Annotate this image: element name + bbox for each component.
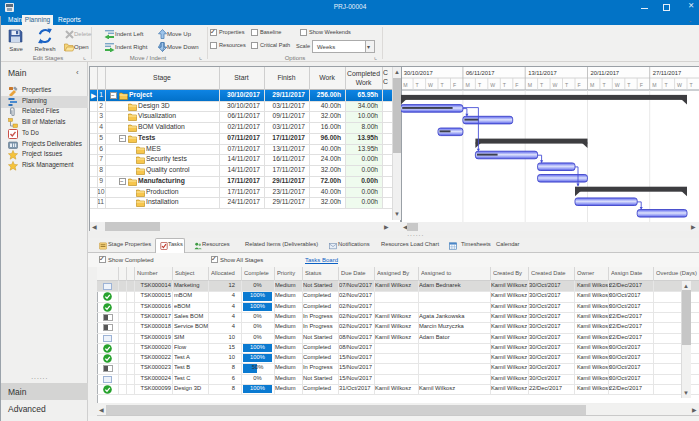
svg-text:F: F xyxy=(453,82,456,88)
svg-text:M: M xyxy=(465,82,469,88)
svg-text:F: F xyxy=(515,82,518,88)
svg-text:27/11/2017: 27/11/2017 xyxy=(653,70,682,76)
svg-text:W: W xyxy=(615,82,620,88)
svg-text:W: W xyxy=(677,82,682,88)
svg-text:20/11/2017: 20/11/2017 xyxy=(591,70,620,76)
svg-text:F: F xyxy=(640,82,643,88)
svg-text:M: M xyxy=(652,82,656,88)
svg-text:M: M xyxy=(590,82,594,88)
svg-text:W: W xyxy=(490,82,495,88)
svg-text:W: W xyxy=(553,82,558,88)
svg-text:M: M xyxy=(403,82,407,88)
svg-text:06/11/2017: 06/11/2017 xyxy=(466,70,495,76)
svg-text:W: W xyxy=(428,82,433,88)
svg-text:M: M xyxy=(528,82,532,88)
svg-text:30/10/2017: 30/10/2017 xyxy=(404,70,433,76)
svg-text:F: F xyxy=(578,82,581,88)
svg-text:13/11/2017: 13/11/2017 xyxy=(528,70,557,76)
